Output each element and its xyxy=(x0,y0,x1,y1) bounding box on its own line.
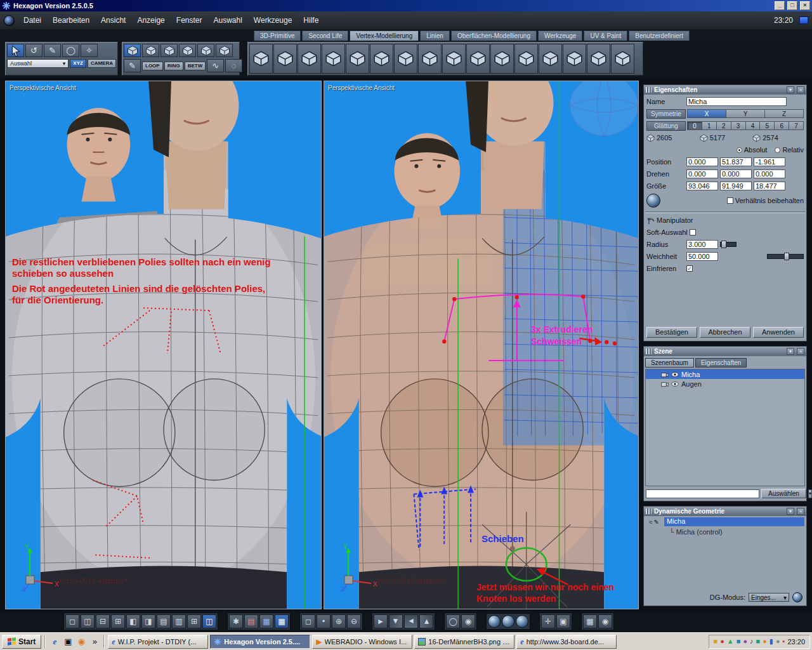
keep-ratio-checkbox[interactable] xyxy=(727,197,733,204)
taskbar-item-3dboard[interactable]: e http://www.3d-board.de... xyxy=(516,635,617,649)
sphere-manipulator-icon[interactable] xyxy=(646,194,660,208)
position-x-input[interactable] xyxy=(686,157,718,166)
modelling-tool-icon-7[interactable] xyxy=(394,44,417,74)
dg-panel-header[interactable]: Dynamische Geometrie ▾ × xyxy=(644,507,806,516)
menu-werkzeuge[interactable]: Werkzeuge xyxy=(249,14,297,27)
modelling-tool-icon-14[interactable] xyxy=(563,44,586,74)
modelling-tool-icon-5[interactable] xyxy=(346,44,369,74)
circle-select-icon[interactable]: ◯ xyxy=(62,44,79,57)
smoothing-level-1[interactable]: 1 xyxy=(702,121,717,130)
lasso-select-icon[interactable]: ✎ xyxy=(44,44,61,57)
look-icon[interactable]: ◉ xyxy=(461,614,475,628)
panel-collapse-icon[interactable]: ▾ xyxy=(787,86,794,93)
tray-icon-3[interactable]: ▲ xyxy=(727,638,734,645)
close-button[interactable]: × xyxy=(800,1,810,10)
tessellate-tool-icon[interactable] xyxy=(249,44,273,74)
maximize-button[interactable]: □ xyxy=(787,1,797,10)
relative-radio[interactable]: Relativ xyxy=(775,146,804,154)
panel-close-icon[interactable]: × xyxy=(797,508,804,515)
viewport-left[interactable]: Perspektivische Ansicht Die restlichen v… xyxy=(5,81,322,609)
scene-item-augen[interactable]: Augen xyxy=(646,379,804,388)
size-x-input[interactable] xyxy=(686,182,718,190)
dg-wave-icon[interactable]: ≈ xyxy=(649,519,653,526)
cursor-tool-icon-1[interactable]: ► xyxy=(374,614,388,628)
tray-icon-10[interactable]: ● xyxy=(776,638,780,645)
scene-item-micha[interactable]: Micha xyxy=(646,369,804,379)
layout-two-horz-icon[interactable]: ⊟ xyxy=(96,614,110,628)
tray-icon-4[interactable]: ■ xyxy=(737,638,741,645)
panel-collapse-icon[interactable]: ▾ xyxy=(787,508,794,515)
taskbar-item-hexagon[interactable]: Hexagon Version 2.5.... xyxy=(210,635,310,649)
dg-mode-dropdown[interactable]: Einges... ▾ xyxy=(749,593,789,602)
object-mode-icon[interactable] xyxy=(179,44,196,57)
rotate-x-input[interactable] xyxy=(686,169,718,178)
modelling-tool-icon-8[interactable] xyxy=(418,44,442,74)
tray-icon-1[interactable]: ■ xyxy=(714,638,718,645)
menu-datei[interactable]: Datei xyxy=(18,14,46,27)
ring-tool-icon[interactable]: ◌ xyxy=(225,59,242,72)
layout-two-vert-icon[interactable]: ◫ xyxy=(81,614,95,628)
vertex-mode-icon[interactable] xyxy=(160,44,178,57)
smoothing-level-3[interactable]: 3 xyxy=(731,121,746,130)
symmetry-z-button[interactable]: Z xyxy=(764,109,804,118)
modelling-tool-icon-10[interactable] xyxy=(466,44,490,74)
rotate-z-input[interactable] xyxy=(754,169,785,178)
pan-icon[interactable]: ✛ xyxy=(541,614,555,628)
select-button[interactable]: Auswählen xyxy=(761,489,806,498)
ring-button[interactable]: RING xyxy=(164,62,183,70)
quicklaunch-desktop-icon[interactable]: ▣ xyxy=(62,636,74,647)
panel-close-icon[interactable]: × xyxy=(797,348,804,355)
viewport-left-canvas[interactable] xyxy=(6,81,321,609)
select-all-icon[interactable] xyxy=(216,44,233,57)
render-visibility-icon[interactable] xyxy=(661,381,669,387)
modelling-tool-icon-16[interactable] xyxy=(611,44,634,74)
render-camera-icon[interactable]: ◉ xyxy=(598,614,612,628)
tab-second-life[interactable]: Second Life xyxy=(302,30,348,41)
grid-blue-icon[interactable]: ▦ xyxy=(259,614,273,628)
cursor-tool-icon-3[interactable]: ► xyxy=(404,614,418,628)
zoom-in-icon[interactable]: ⊕ xyxy=(332,614,346,628)
tab-uv-paint[interactable]: UV & Paint xyxy=(584,30,627,41)
absolute-radio[interactable]: Absolut xyxy=(737,146,768,154)
cancel-button[interactable]: Abbrechen xyxy=(700,327,750,338)
select-arrow-icon[interactable] xyxy=(7,44,24,57)
orbit-icon[interactable]: ◯ xyxy=(446,614,460,628)
rotate-y-input[interactable] xyxy=(720,169,752,178)
tab-3d-primitive[interactable]: 3D-Primitive xyxy=(254,30,301,41)
render-visibility-icon[interactable] xyxy=(661,371,669,378)
modelling-tool-icon-12[interactable] xyxy=(514,44,538,74)
menubar-corner-badge-icon[interactable] xyxy=(799,17,808,24)
xyz-button[interactable]: XYZ xyxy=(70,59,86,68)
ghost-select-icon[interactable]: ✧ xyxy=(81,44,98,57)
smoothing-button[interactable]: Glättung xyxy=(646,121,686,131)
shading-icon[interactable]: ✱ xyxy=(229,614,243,628)
rotate-select-icon[interactable]: ↺ xyxy=(25,44,43,57)
smoothing-level-2[interactable]: 2 xyxy=(716,121,731,130)
eye-icon[interactable] xyxy=(671,371,679,378)
taskbar-item-webradio[interactable]: ▶ WEBRADIO - Windows I... xyxy=(312,635,412,649)
quicklaunch-ie-icon[interactable]: e xyxy=(49,636,60,647)
loop-button[interactable]: LOOP xyxy=(142,62,163,70)
taskbar-item-wip-projekt[interactable]: e W.I.P. Projekt - DTDIY (... xyxy=(108,635,208,649)
center-point-icon[interactable]: • xyxy=(317,614,331,628)
scene-down-icon[interactable]: ▾ xyxy=(808,489,812,498)
symmetry-y-button[interactable]: Y xyxy=(726,109,765,118)
app-menu-icon[interactable] xyxy=(4,15,15,26)
tab-vertex-modellierung[interactable]: Vertex-Modellierung xyxy=(350,30,419,41)
tray-icon-6[interactable]: ♪ xyxy=(750,638,754,645)
tab-benutzerdefiniert[interactable]: Benutzerdefiniert xyxy=(629,30,690,41)
tray-icon-2[interactable]: ● xyxy=(720,638,724,645)
tab-linien[interactable]: Linien xyxy=(420,30,450,41)
modelling-tool-icon-13[interactable] xyxy=(539,44,562,74)
frame-select-icon[interactable]: ◻ xyxy=(301,614,315,628)
multi-mode-icon[interactable] xyxy=(197,44,214,57)
selection-mode-dropdown[interactable]: Auswahl ▾ xyxy=(7,59,69,68)
edge-mode-icon[interactable] xyxy=(142,44,159,57)
cursor-tool-icon-2[interactable]: ► xyxy=(389,614,403,628)
camera-button[interactable]: CAMERA xyxy=(88,59,116,68)
camera-ball-icon-3[interactable] xyxy=(516,615,528,628)
quicklaunch-media-icon[interactable]: ◉ xyxy=(75,636,87,647)
symmetry-x-button[interactable]: X xyxy=(687,109,726,118)
tray-icon-9[interactable]: ▮ xyxy=(769,638,773,645)
tray-icon-11[interactable]: ▪ xyxy=(783,638,785,645)
